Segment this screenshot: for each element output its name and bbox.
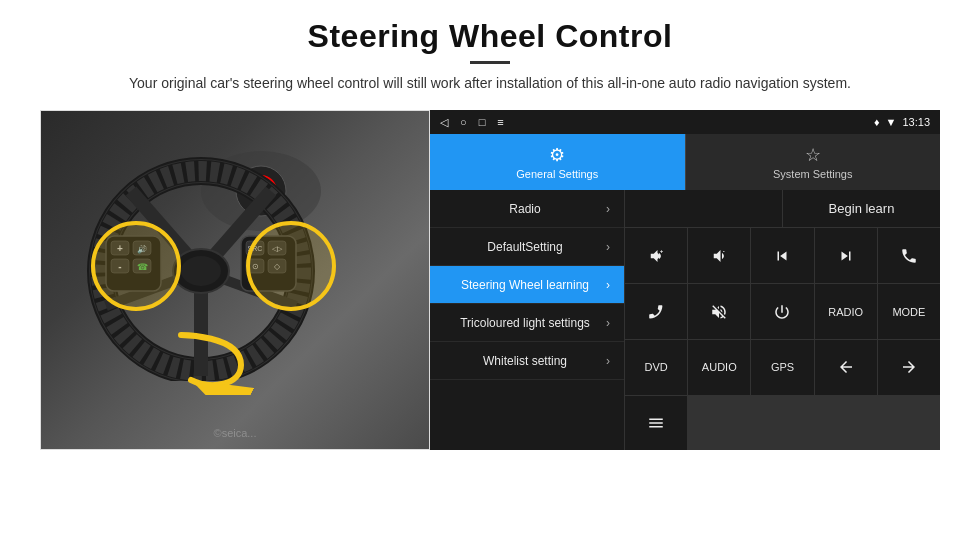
menu-item-radio[interactable]: Radio › bbox=[430, 190, 624, 228]
mode-button[interactable]: MODE bbox=[878, 284, 940, 339]
page-subtitle: Your original car's steering wheel contr… bbox=[90, 72, 890, 94]
back-icon: ◁ bbox=[440, 116, 448, 129]
menu-item-whitelist[interactable]: Whitelist setting › bbox=[430, 342, 624, 380]
menu-item-whitelist-label: Whitelist setting bbox=[444, 354, 606, 368]
vol-up-icon: + bbox=[647, 247, 665, 265]
top-controls: Begin learn bbox=[625, 190, 940, 228]
page-title: Steering Wheel Control bbox=[40, 18, 940, 55]
src-next-icon bbox=[900, 358, 918, 376]
gps-button[interactable]: GPS bbox=[751, 340, 813, 395]
next-track-icon bbox=[837, 247, 855, 265]
menu-item-radio-label: Radio bbox=[444, 202, 606, 216]
menu-item-default[interactable]: DefaultSetting › bbox=[430, 228, 624, 266]
status-bar: ◁ ○ □ ≡ ♦ ▼ 13:13 bbox=[430, 110, 940, 134]
tab-system-settings[interactable]: ☆ System Settings bbox=[685, 134, 941, 190]
menu-icon: ≡ bbox=[497, 116, 503, 128]
svg-point-12 bbox=[181, 256, 221, 286]
chevron-icon: › bbox=[606, 202, 610, 216]
mute-icon bbox=[710, 303, 728, 321]
watermark: ©seica... bbox=[214, 427, 257, 439]
dvd-button[interactable]: DVD bbox=[625, 340, 687, 395]
menu-item-tricoloured-label: Tricoloured light settings bbox=[444, 316, 606, 330]
power-button[interactable] bbox=[751, 284, 813, 339]
menu-item-steering-label: Steering Wheel learning bbox=[444, 278, 606, 292]
phone-icon bbox=[900, 247, 918, 265]
radio-button[interactable]: RADIO bbox=[815, 284, 877, 339]
left-menu: Radio › DefaultSetting › Steering Wheel … bbox=[430, 190, 625, 450]
car-image-area: + - ☎ 🔊 SRC bbox=[40, 110, 430, 450]
recents-icon: □ bbox=[479, 116, 486, 128]
gear-icon: ⚙ bbox=[549, 144, 565, 166]
chevron-icon: › bbox=[606, 354, 610, 368]
menu-item-default-label: DefaultSetting bbox=[444, 240, 606, 254]
list-icon bbox=[647, 414, 665, 432]
chevron-icon: › bbox=[606, 316, 610, 330]
hang-up-button[interactable] bbox=[625, 284, 687, 339]
tab-system-label: System Settings bbox=[773, 168, 852, 180]
title-divider bbox=[470, 61, 510, 64]
arrow-area bbox=[161, 315, 261, 399]
hang-up-icon bbox=[647, 303, 665, 321]
car-background: + - ☎ 🔊 SRC bbox=[41, 111, 429, 449]
tab-bar: ⚙ General Settings ☆ System Settings bbox=[430, 134, 940, 190]
wifi-icon: ▼ bbox=[886, 116, 897, 128]
src-prev-icon bbox=[837, 358, 855, 376]
android-panel: ◁ ○ □ ≡ ♦ ▼ 13:13 ⚙ General Settings bbox=[430, 110, 940, 450]
power-icon bbox=[773, 303, 791, 321]
status-bar-right: ♦ ▼ 13:13 bbox=[874, 116, 930, 128]
menu-item-steering[interactable]: Steering Wheel learning › bbox=[430, 266, 624, 304]
mute-button[interactable] bbox=[688, 284, 750, 339]
right-panel: Begin learn + - bbox=[625, 190, 940, 450]
begin-learn-area: Begin learn bbox=[783, 190, 940, 227]
vol-down-button[interactable]: - bbox=[688, 228, 750, 283]
prev-track-icon bbox=[773, 247, 791, 265]
src-prev-button[interactable] bbox=[815, 340, 877, 395]
list-button[interactable] bbox=[625, 396, 687, 451]
prev-track-button[interactable] bbox=[751, 228, 813, 283]
chevron-icon: › bbox=[606, 240, 610, 254]
arrow-svg bbox=[161, 315, 261, 395]
menu-item-tricoloured[interactable]: Tricoloured light settings › bbox=[430, 304, 624, 342]
tab-general-label: General Settings bbox=[516, 168, 598, 180]
src-next-button[interactable] bbox=[878, 340, 940, 395]
content-row: + - ☎ 🔊 SRC bbox=[40, 110, 940, 450]
next-track-button[interactable] bbox=[815, 228, 877, 283]
audio-button[interactable]: AUDIO bbox=[688, 340, 750, 395]
clock: 13:13 bbox=[902, 116, 930, 128]
radio-area bbox=[625, 190, 783, 227]
button-grid: + - bbox=[625, 228, 940, 450]
call-button[interactable] bbox=[878, 228, 940, 283]
tab-general-settings[interactable]: ⚙ General Settings bbox=[430, 134, 685, 190]
vol-down-icon: - bbox=[710, 247, 728, 265]
system-icon: ☆ bbox=[805, 144, 821, 166]
status-bar-nav-icons: ◁ ○ □ ≡ bbox=[440, 116, 504, 129]
svg-text:-: - bbox=[723, 248, 725, 254]
highlight-right bbox=[246, 221, 336, 311]
begin-learn-button[interactable]: Begin learn bbox=[813, 195, 911, 222]
highlight-left bbox=[91, 221, 181, 311]
svg-text:+: + bbox=[660, 248, 664, 254]
vol-up-button[interactable]: + bbox=[625, 228, 687, 283]
location-icon: ♦ bbox=[874, 116, 880, 128]
home-icon: ○ bbox=[460, 116, 467, 128]
panel-body: Radio › DefaultSetting › Steering Wheel … bbox=[430, 190, 940, 450]
chevron-icon: › bbox=[606, 278, 610, 292]
title-section: Steering Wheel Control Your original car… bbox=[40, 18, 940, 94]
